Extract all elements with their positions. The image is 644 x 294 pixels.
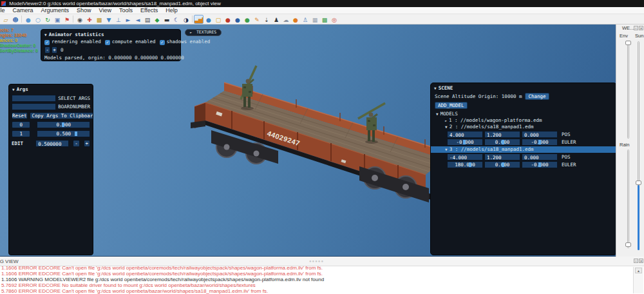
menu-item-arguments[interactable]: Arguments xyxy=(37,7,73,14)
slider-handle[interactable] xyxy=(75,132,77,136)
model-node-3-selected[interactable]: ▼3 : //models/sa18_manpad1.edm xyxy=(431,146,616,153)
collapse-arrow-icon[interactable]: ▼ xyxy=(44,32,47,37)
menu-item-tools[interactable]: Tools xyxy=(115,7,137,14)
bar-chart-icon[interactable]: ▃▅▇ xyxy=(194,15,204,24)
sphere-icon[interactable]: ● xyxy=(23,15,33,24)
crosshair-icon[interactable]: ✚ xyxy=(84,15,94,24)
dot-icon[interactable]: ● xyxy=(204,15,213,24)
menu-item-show[interactable]: Show xyxy=(73,7,95,14)
boardnumber-input[interactable] xyxy=(12,103,56,110)
euler-z-slider[interactable]: -0.000 xyxy=(522,139,558,146)
slider-handle[interactable] xyxy=(62,122,64,127)
rain-slider-handle[interactable] xyxy=(625,242,631,247)
env-slider-handle[interactable] xyxy=(625,41,631,45)
pos-x-field[interactable]: 4.000 xyxy=(447,131,483,138)
pose-icon[interactable]: ⊥ xyxy=(113,15,123,24)
open-file-icon[interactable]: ▱ xyxy=(1,15,10,24)
runner-icon[interactable]: ⚑ xyxy=(62,15,71,24)
models-tree-root[interactable]: ▼MODELS xyxy=(431,111,616,117)
euler-z-slider[interactable]: -0.000 xyxy=(522,161,558,168)
forward-icon[interactable]: ► xyxy=(123,15,133,24)
scene-panel-header[interactable]: ▼SCENE xyxy=(431,83,616,92)
refresh-icon[interactable]: ↻ xyxy=(43,15,52,24)
cloud-icon[interactable]: ☁ xyxy=(281,15,290,24)
collapse-arrow-icon[interactable]: ▼ xyxy=(12,87,15,92)
edit-minus-button[interactable]: - xyxy=(73,140,79,147)
edit-icon[interactable]: ✎ xyxy=(252,15,261,24)
menu-item-camera[interactable]: Camera xyxy=(9,7,37,14)
model-node-2[interactable]: ▼2 : //models/sa18_manpad1.edm xyxy=(431,124,616,130)
arg-slider-1[interactable]: 0.500 xyxy=(37,130,90,137)
euler-y-slider[interactable]: 0.000 xyxy=(484,161,520,168)
menu-item-effects[interactable]: Effects xyxy=(137,7,162,14)
euler-y-slider[interactable]: 0.000 xyxy=(484,139,520,146)
euler-x-slider[interactable]: -0.000 xyxy=(447,139,483,146)
menu-item-file[interactable]: File xyxy=(0,7,9,14)
picture-icon[interactable]: ▤ xyxy=(142,15,152,24)
pos-y-field[interactable]: 1.200 xyxy=(484,153,520,161)
animator-plus-button[interactable]: + xyxy=(52,46,57,54)
collapse-arrow-icon[interactable]: ▼ xyxy=(434,86,437,90)
pos-z-field[interactable]: 0.000 xyxy=(522,131,558,138)
moon-icon[interactable]: ☾ xyxy=(171,15,181,24)
figure-icon[interactable]: ♟ xyxy=(271,15,281,24)
checker-icon[interactable]: ▩ xyxy=(94,15,104,24)
copy-args-button[interactable]: Copy Args To Clipboard For L xyxy=(30,112,93,119)
add-model-button[interactable]: ADD_MODEL xyxy=(435,102,468,109)
args-panel-header[interactable]: ▼Args xyxy=(9,84,93,93)
animator-minus-button[interactable]: - xyxy=(44,46,50,54)
edit-plus-button[interactable]: + xyxy=(84,140,90,147)
checkbox-icon[interactable]: ✓ xyxy=(44,40,50,45)
3d-viewport[interactable]: 44029247 xyxy=(0,24,616,257)
checkbox-compute[interactable]: ✓compute enabled xyxy=(105,39,156,44)
model-node-1[interactable]: ►1 : //models/wagon-platforma.edm xyxy=(431,117,616,124)
euler-x-slider[interactable]: 180.000 xyxy=(447,161,483,168)
edit-value-input[interactable]: 0.500000 xyxy=(35,140,69,147)
pos-y-field[interactable]: 1.200 xyxy=(484,131,520,138)
record-icon[interactable]: ◎ xyxy=(329,15,339,24)
camera-tripod-icon[interactable]: ◉ xyxy=(75,15,84,24)
drop-down-icon[interactable]: ⇣ xyxy=(261,15,271,24)
env-slider[interactable] xyxy=(627,41,629,139)
back-icon[interactable]: ◄ xyxy=(133,15,142,24)
rain-slider[interactable] xyxy=(627,150,629,248)
menu-item-view[interactable]: View xyxy=(95,7,115,14)
log-scrollbar[interactable]: ▲ xyxy=(633,267,643,293)
grid-dense-icon[interactable]: ▩ xyxy=(319,15,329,24)
pos-z-field[interactable]: 0.000 xyxy=(522,153,558,161)
float-panel-icon[interactable]: ▫ xyxy=(634,26,638,30)
arg-index-button-1[interactable]: 1 xyxy=(12,130,30,137)
blue-ball-icon[interactable]: ● xyxy=(232,15,242,24)
dock-grip-icon[interactable]: ●●●●● xyxy=(309,259,324,263)
change-altitude-button[interactable]: Change xyxy=(525,93,549,100)
animator-panel-header[interactable]: ▼Animator statistics xyxy=(41,30,180,39)
arg-index-button-0[interactable]: 0 xyxy=(12,121,30,128)
reset-button[interactable]: Reset xyxy=(12,112,28,119)
sun-ball-icon[interactable]: ● xyxy=(290,15,300,24)
select-args-input[interactable] xyxy=(12,95,56,102)
checkbox-icon[interactable]: ✓ xyxy=(105,40,110,45)
textures-panel-toggle[interactable]: ► TEXTURES xyxy=(185,29,222,36)
monitor-icon[interactable]: ▬ xyxy=(162,15,171,24)
screenshot-icon[interactable]: ▣ xyxy=(52,15,62,24)
pos-x-field[interactable]: -4.000 xyxy=(447,153,483,161)
checkbox-shadows[interactable]: ✓shadows enabled xyxy=(160,39,211,44)
arg-slider-0[interactable]: 0.000 xyxy=(37,121,90,128)
grid-icon[interactable]: ▦ xyxy=(310,15,319,24)
checkbox-rendering[interactable]: ✓rendering enabled xyxy=(44,39,101,44)
close-panel-icon[interactable]: ✕ xyxy=(639,26,643,30)
checkbox-icon[interactable]: ✓ xyxy=(160,40,165,45)
skeleton-icon[interactable]: ♙ xyxy=(300,15,310,24)
red-ball-icon[interactable]: ● xyxy=(223,15,232,24)
folders-icon[interactable]: ▢ xyxy=(213,15,223,24)
log-view-header[interactable]: LOG VIEW ●●●●● ▫ ✕ xyxy=(0,257,644,266)
user-icon[interactable]: ☻ xyxy=(10,15,20,24)
materials-icon[interactable]: ◆ xyxy=(152,15,162,24)
close-panel-icon[interactable]: ✕ xyxy=(639,259,643,263)
globe-icon[interactable]: ◑ xyxy=(181,15,191,24)
green-ball-icon[interactable]: ● xyxy=(242,15,252,24)
scroll-up-icon[interactable]: ▲ xyxy=(635,268,642,273)
ring-icon[interactable]: ○ xyxy=(33,15,43,24)
filter-icon[interactable]: ▼ xyxy=(104,15,113,24)
menu-item-help[interactable]: Help xyxy=(162,7,182,14)
